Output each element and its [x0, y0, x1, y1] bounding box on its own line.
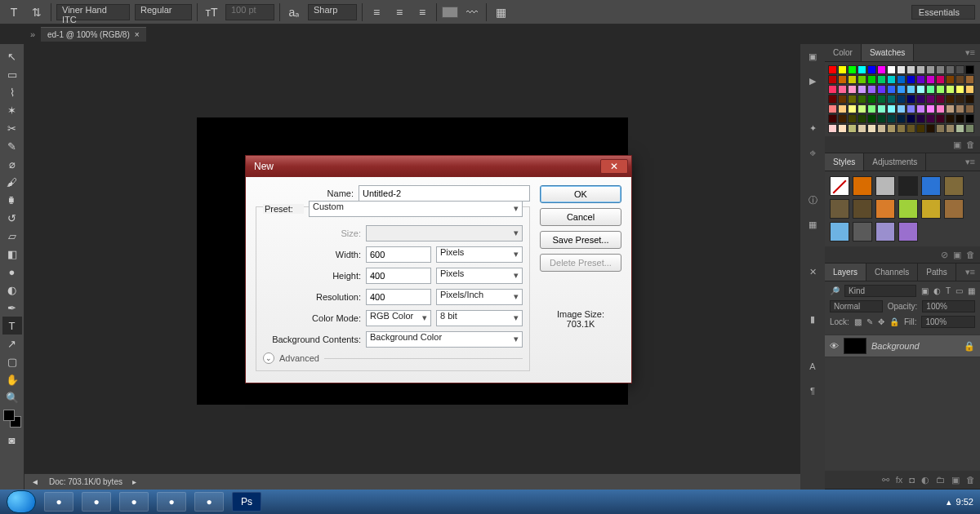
- new-layer-icon[interactable]: ▣: [951, 475, 960, 485]
- swatch[interactable]: [936, 95, 945, 104]
- brush-tool-icon[interactable]: 🖌: [2, 173, 22, 191]
- character-panel-icon[interactable]: A: [804, 357, 822, 375]
- resolution-unit-select[interactable]: Pixels/Inch: [436, 289, 523, 305]
- tab-layers[interactable]: Layers: [825, 264, 866, 281]
- swatch[interactable]: [887, 65, 896, 74]
- taskbar-app-icon[interactable]: ●: [194, 492, 224, 512]
- style-preset[interactable]: [853, 199, 872, 219]
- swatch[interactable]: [916, 85, 925, 94]
- tab-channels[interactable]: Channels: [866, 264, 918, 281]
- style-preset[interactable]: [921, 199, 941, 219]
- antialias-select[interactable]: Sharp: [308, 4, 357, 20]
- swatch[interactable]: [867, 124, 876, 133]
- layer-thumbnail[interactable]: [844, 338, 866, 354]
- swatch[interactable]: [877, 114, 886, 123]
- style-preset[interactable]: [853, 176, 872, 196]
- lock-position-icon[interactable]: ✥: [878, 317, 884, 326]
- swatch[interactable]: [956, 104, 964, 113]
- swatch[interactable]: [848, 114, 857, 123]
- eyedropper-tool-icon[interactable]: ✎: [2, 137, 22, 155]
- blur-tool-icon[interactable]: ●: [2, 263, 22, 281]
- swatch[interactable]: [926, 65, 935, 74]
- swatch[interactable]: [858, 95, 866, 104]
- font-style-select[interactable]: Regular: [135, 4, 192, 20]
- swatch[interactable]: [916, 114, 925, 123]
- swatch[interactable]: [906, 75, 915, 84]
- swatch[interactable]: [877, 85, 886, 94]
- lock-pixels-icon[interactable]: ✎: [866, 317, 873, 326]
- swatch[interactable]: [946, 85, 955, 94]
- swatch[interactable]: [867, 114, 876, 123]
- quick-mask-icon[interactable]: ◙: [2, 431, 22, 449]
- swatch[interactable]: [946, 75, 955, 84]
- swatch[interactable]: [916, 75, 925, 84]
- swatch[interactable]: [848, 104, 857, 113]
- close-button[interactable]: ✕: [600, 159, 628, 174]
- swatch[interactable]: [858, 104, 866, 113]
- swatch[interactable]: [926, 95, 935, 104]
- start-button[interactable]: [7, 490, 36, 513]
- style-preset[interactable]: [830, 176, 849, 196]
- healing-tool-icon[interactable]: ⌀: [2, 155, 22, 173]
- width-unit-select[interactable]: Pixels: [436, 246, 523, 263]
- tab-styles[interactable]: Styles: [825, 153, 864, 171]
- type-tool-icon[interactable]: T: [2, 317, 22, 335]
- swatch[interactable]: [897, 104, 906, 113]
- width-input[interactable]: [366, 246, 431, 263]
- link-layers-icon[interactable]: ⚯: [882, 475, 889, 485]
- swatch[interactable]: [965, 95, 974, 104]
- swatch[interactable]: [956, 85, 964, 94]
- histogram-panel-icon[interactable]: ⎆: [804, 144, 822, 162]
- cancel-button[interactable]: Cancel: [540, 208, 621, 226]
- bg-contents-select[interactable]: Background Color: [366, 331, 523, 348]
- filter-type-icon[interactable]: T: [946, 286, 951, 295]
- swatch[interactable]: [946, 104, 955, 113]
- swatch[interactable]: [858, 114, 866, 123]
- layer-filter-kind[interactable]: Kind: [844, 285, 916, 297]
- move-tool-icon[interactable]: ↖: [2, 47, 22, 65]
- save-preset-button[interactable]: Save Preset...: [540, 231, 621, 249]
- swatch[interactable]: [906, 124, 915, 133]
- brushes-panel-icon[interactable]: ✕: [804, 263, 822, 281]
- swatch[interactable]: [956, 75, 964, 84]
- delete-swatch-icon[interactable]: 🗑: [966, 140, 975, 149]
- swatch[interactable]: [897, 114, 906, 123]
- swatch[interactable]: [828, 65, 837, 74]
- status-menu-icon[interactable]: ▸: [132, 477, 136, 486]
- preset-select[interactable]: Custom: [309, 201, 523, 217]
- swatch[interactable]: [867, 95, 876, 104]
- filter-shape-icon[interactable]: ▭: [956, 286, 963, 295]
- tab-adjustments[interactable]: Adjustments: [864, 153, 926, 171]
- swatch[interactable]: [848, 95, 857, 104]
- layer-fx-icon[interactable]: fx: [896, 475, 903, 485]
- swatch[interactable]: [897, 65, 906, 74]
- zoom-tool-icon[interactable]: 🔍: [2, 388, 22, 406]
- height-input[interactable]: [366, 268, 431, 284]
- swatch[interactable]: [867, 75, 876, 84]
- style-preset[interactable]: [875, 199, 895, 219]
- filter-adj-icon[interactable]: ◐: [933, 286, 941, 295]
- paragraph-panel-icon[interactable]: ¶: [804, 382, 822, 400]
- swatch[interactable]: [916, 124, 925, 133]
- swatch[interactable]: [936, 75, 945, 84]
- dodge-tool-icon[interactable]: ◐: [2, 281, 22, 299]
- fill-input[interactable]: 100%: [921, 316, 975, 328]
- swatch[interactable]: [936, 124, 945, 133]
- tray-expand-icon[interactable]: ▴: [947, 497, 951, 507]
- swatch[interactable]: [877, 75, 886, 84]
- swatch[interactable]: [887, 75, 896, 84]
- swatch[interactable]: [936, 65, 945, 74]
- history-brush-tool-icon[interactable]: ↺: [2, 209, 22, 227]
- tab-paths[interactable]: Paths: [918, 264, 956, 281]
- magic-wand-tool-icon[interactable]: ✶: [2, 101, 22, 119]
- swatch[interactable]: [965, 104, 974, 113]
- swatch[interactable]: [926, 104, 935, 113]
- visibility-icon[interactable]: 👁: [830, 341, 839, 351]
- align-left-icon[interactable]: ≡: [368, 3, 385, 21]
- tool-presets-panel-icon[interactable]: ▮: [804, 310, 822, 328]
- font-family-select[interactable]: Viner Hand ITC: [56, 4, 130, 20]
- tab-expand-icon[interactable]: »: [24, 29, 41, 39]
- swatch[interactable]: [858, 124, 866, 133]
- swatch[interactable]: [936, 114, 945, 123]
- actions-panel-icon[interactable]: ▶: [804, 72, 822, 90]
